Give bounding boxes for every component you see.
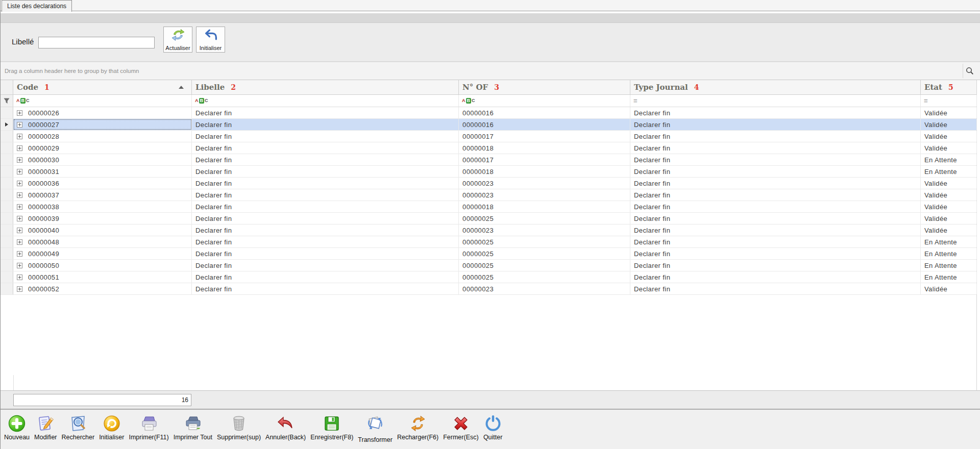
cell-n-of[interactable]: 00000017 xyxy=(459,131,630,142)
expand-icon[interactable] xyxy=(17,286,22,292)
initialiser-button[interactable]: Initialiser xyxy=(196,27,225,53)
cell-code[interactable]: 00000038 xyxy=(13,201,192,212)
cell-etat[interactable]: Validée xyxy=(921,107,977,118)
cell-libelle[interactable]: Declarer fin xyxy=(192,189,459,201)
expand-icon[interactable] xyxy=(17,275,22,280)
toolbar-rechercher-button[interactable]: Rechercher xyxy=(62,414,95,441)
toolbar-annuler-button[interactable]: Annuler(Back) xyxy=(265,414,306,441)
table-row[interactable]: 00000029 Declarer fin 00000018 Declarer … xyxy=(1,142,976,154)
cell-code[interactable]: 00000051 xyxy=(13,271,192,283)
cell-n-of[interactable]: 00000023 xyxy=(459,189,630,201)
toolbar-transformer-button[interactable]: Transformer xyxy=(358,414,393,443)
cell-libelle[interactable]: Declarer fin xyxy=(192,271,459,283)
column-header-etat[interactable]: Etat 5 xyxy=(921,80,977,94)
cell-libelle[interactable]: Declarer fin xyxy=(192,248,459,259)
cell-etat[interactable]: Validée xyxy=(921,224,977,236)
table-row[interactable]: 00000049 Declarer fin 00000025 Declarer … xyxy=(1,248,976,260)
cell-libelle[interactable]: Declarer fin xyxy=(192,154,459,165)
cell-n-of[interactable]: 00000018 xyxy=(459,201,630,212)
cell-libelle[interactable]: Declarer fin xyxy=(192,283,459,294)
toolbar-initialiser-button[interactable]: Initialiser xyxy=(99,414,124,441)
cell-etat[interactable]: En Attente xyxy=(921,154,977,165)
cell-type-journal[interactable]: Declarer fin xyxy=(630,154,921,165)
cell-n-of[interactable]: 00000025 xyxy=(459,260,630,271)
cell-code[interactable]: 00000028 xyxy=(13,131,192,142)
cell-n-of[interactable]: 00000025 xyxy=(459,248,630,259)
cell-libelle[interactable]: Declarer fin xyxy=(192,224,459,236)
cell-n-of[interactable]: 00000025 xyxy=(459,271,630,283)
expand-icon[interactable] xyxy=(17,134,22,139)
cell-libelle[interactable]: Declarer fin xyxy=(192,142,459,154)
cell-etat[interactable]: En Attente xyxy=(921,236,977,247)
cell-code[interactable]: 00000040 xyxy=(13,224,192,236)
cell-etat[interactable]: Validée xyxy=(921,189,977,201)
cell-n-of[interactable]: 00000018 xyxy=(459,166,630,177)
expand-icon[interactable] xyxy=(17,110,22,116)
cell-type-journal[interactable]: Declarer fin xyxy=(630,131,921,142)
expand-icon[interactable] xyxy=(17,181,22,186)
cell-code[interactable]: 00000029 xyxy=(13,142,192,154)
cell-libelle[interactable]: Declarer fin xyxy=(192,107,459,118)
cell-code[interactable]: 00000052 xyxy=(13,283,192,294)
cell-n-of[interactable]: 00000023 xyxy=(459,224,630,236)
cell-code[interactable]: 00000031 xyxy=(13,166,192,177)
filter-cell-n-of[interactable]: ABC xyxy=(459,95,630,107)
toolbar-supprimer-button[interactable]: Supprimer(sup) xyxy=(217,414,261,441)
toolbar-modifier-button[interactable]: Modifier xyxy=(34,414,57,441)
table-row[interactable]: 00000050 Declarer fin 00000025 Declarer … xyxy=(1,260,976,271)
cell-type-journal[interactable]: Declarer fin xyxy=(630,224,921,236)
column-header-code[interactable]: Code 1 xyxy=(13,80,192,94)
cell-etat[interactable]: En Attente xyxy=(921,248,977,259)
cell-type-journal[interactable]: Declarer fin xyxy=(630,107,921,118)
cell-n-of[interactable]: 00000016 xyxy=(459,107,630,118)
column-header-type-journal[interactable]: Type Journal 4 xyxy=(630,80,921,94)
table-row[interactable]: 00000036 Declarer fin 00000023 Declarer … xyxy=(1,178,976,189)
cell-code[interactable]: 00000036 xyxy=(13,178,192,189)
cell-n-of[interactable]: 00000018 xyxy=(459,142,630,154)
table-row[interactable]: 00000039 Declarer fin 00000025 Declarer … xyxy=(1,213,976,224)
cell-libelle[interactable]: Declarer fin xyxy=(192,166,459,177)
cell-etat[interactable]: En Attente xyxy=(921,166,977,177)
table-row[interactable]: 00000031 Declarer fin 00000018 Declarer … xyxy=(1,166,976,178)
table-row[interactable]: 00000051 Declarer fin 00000025 Declarer … xyxy=(1,271,976,283)
cell-code[interactable]: 00000027 xyxy=(13,119,192,130)
cell-type-journal[interactable]: Declarer fin xyxy=(630,178,921,189)
expand-icon[interactable] xyxy=(17,251,22,257)
libelle-input[interactable] xyxy=(38,37,155,48)
cell-code[interactable]: 00000030 xyxy=(13,154,192,165)
cell-libelle[interactable]: Declarer fin xyxy=(192,260,459,271)
expand-icon[interactable] xyxy=(17,157,22,163)
table-row[interactable]: 00000037 Declarer fin 00000023 Declarer … xyxy=(1,189,976,201)
cell-n-of[interactable]: 00000016 xyxy=(459,119,630,130)
cell-etat[interactable]: Validée xyxy=(921,201,977,212)
cell-code[interactable]: 00000039 xyxy=(13,213,192,224)
cell-type-journal[interactable]: Declarer fin xyxy=(630,283,921,294)
cell-type-journal[interactable]: Declarer fin xyxy=(630,260,921,271)
cell-code[interactable]: 00000049 xyxy=(13,248,192,259)
cell-n-of[interactable]: 00000023 xyxy=(459,178,630,189)
column-header-n-of[interactable]: N° OF 3 xyxy=(459,80,630,94)
toolbar-fermer-button[interactable]: Fermer(Esc) xyxy=(443,414,478,441)
tab-liste-des-declarations[interactable]: Liste des declarations xyxy=(2,0,72,12)
expand-icon[interactable] xyxy=(17,216,22,221)
cell-type-journal[interactable]: Declarer fin xyxy=(630,236,921,247)
table-row[interactable]: 00000040 Declarer fin 00000023 Declarer … xyxy=(1,224,976,236)
cell-etat[interactable]: Validée xyxy=(921,131,977,142)
cell-code[interactable]: 00000026 xyxy=(13,107,192,118)
expand-icon[interactable] xyxy=(17,192,22,198)
filter-cell-code[interactable]: ABC xyxy=(13,95,192,107)
cell-etat[interactable]: Validée xyxy=(921,119,977,130)
cell-n-of[interactable]: 00000025 xyxy=(459,213,630,224)
filter-cell-etat[interactable]: = xyxy=(921,95,977,107)
cell-libelle[interactable]: Declarer fin xyxy=(192,178,459,189)
cell-n-of[interactable]: 00000023 xyxy=(459,283,630,294)
filter-cell-libelle[interactable]: ABC xyxy=(192,95,459,107)
cell-libelle[interactable]: Declarer fin xyxy=(192,119,459,130)
cell-etat[interactable]: Validée xyxy=(921,283,977,294)
toolbar-quitter-button[interactable]: Quitter xyxy=(483,414,503,441)
cell-type-journal[interactable]: Declarer fin xyxy=(630,166,921,177)
cell-libelle[interactable]: Declarer fin xyxy=(192,213,459,224)
cell-etat[interactable]: En Attente xyxy=(921,260,977,271)
expand-icon[interactable] xyxy=(17,204,22,210)
table-row[interactable]: 00000028 Declarer fin 00000017 Declarer … xyxy=(1,131,976,142)
